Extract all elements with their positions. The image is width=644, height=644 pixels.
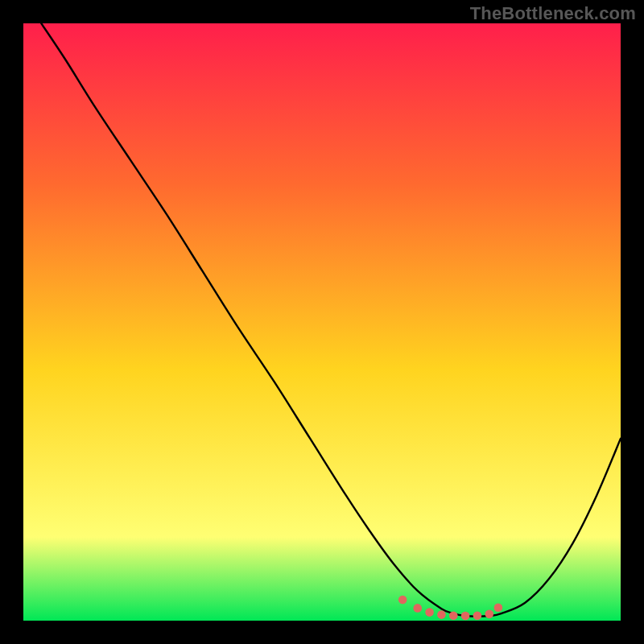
minimum-marker [485, 610, 493, 619]
bottleneck-curve-chart [23, 23, 621, 621]
minimum-marker [437, 610, 446, 619]
minimum-marker [494, 603, 503, 612]
plot-background [23, 23, 621, 621]
minimum-marker [398, 596, 407, 605]
minimum-marker [413, 604, 422, 613]
watermark-text: TheBottleneck.com [470, 3, 636, 24]
minimum-marker [461, 612, 470, 621]
chart-frame: TheBottleneck.com [0, 0, 644, 644]
minimum-marker [449, 611, 458, 620]
minimum-marker [425, 608, 434, 617]
minimum-marker [473, 611, 482, 620]
